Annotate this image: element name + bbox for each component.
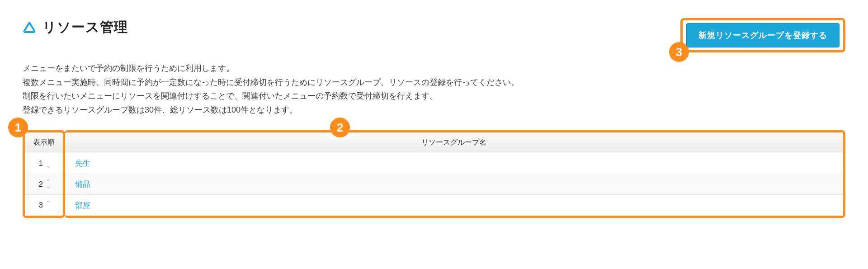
- table-row: 備品: [64, 174, 843, 195]
- resource-group-link[interactable]: 部屋: [70, 200, 90, 211]
- page-title: リソース管理: [42, 18, 128, 37]
- order-number: 1: [37, 159, 43, 168]
- arrow-down-icon[interactable]: ⌄: [46, 164, 51, 168]
- order-number: 2: [37, 180, 43, 189]
- table-row: 3 ⌃ ⌄: [25, 195, 63, 216]
- table-row: 部屋: [64, 195, 843, 216]
- resource-group-link[interactable]: 備品: [70, 179, 90, 189]
- description-line: 登録できるリソースグループ数は30件、総リソース数は100件となります。: [23, 103, 845, 117]
- description-line: 制限を行いたいメニューにリソースを関連付けすることで、関連付いたメニューの予約数…: [23, 89, 845, 103]
- arrow-down-icon[interactable]: ⌄: [46, 184, 51, 189]
- description-line: 複数メニュー実施時、同時間に予約が一定数になった時に受付締切を行うためにリソース…: [23, 76, 845, 90]
- resource-group-link[interactable]: 先生: [70, 158, 90, 169]
- resource-group-table: 1 2 表示順 1 ⌃ ⌄ 2 ⌃ ⌄ 3 ⌃ ⌄ リソースグループ名: [23, 130, 845, 218]
- arrow-up-icon[interactable]: ⌃: [46, 201, 51, 206]
- triangle-icon: [23, 21, 36, 34]
- add-resource-group-button[interactable]: 新規リソースグループを登録する: [686, 23, 840, 47]
- table-row: 先生: [64, 153, 843, 174]
- order-number: 3: [37, 201, 43, 210]
- annotation-badge-3: 3: [669, 42, 689, 62]
- table-header-order: 表示順: [25, 132, 63, 153]
- description: メニューをまたいで予約の制限を行うために利用します。 複数メニュー実施時、同時間…: [23, 61, 845, 117]
- primary-button-highlight: 新規リソースグループを登録する 3: [680, 18, 845, 52]
- description-line: メニューをまたいで予約の制限を行うために利用します。: [23, 61, 845, 76]
- table-row: 1 ⌃ ⌄: [25, 153, 63, 174]
- table-row: 2 ⌃ ⌄: [25, 174, 63, 195]
- table-header-group: リソースグループ名: [64, 132, 843, 153]
